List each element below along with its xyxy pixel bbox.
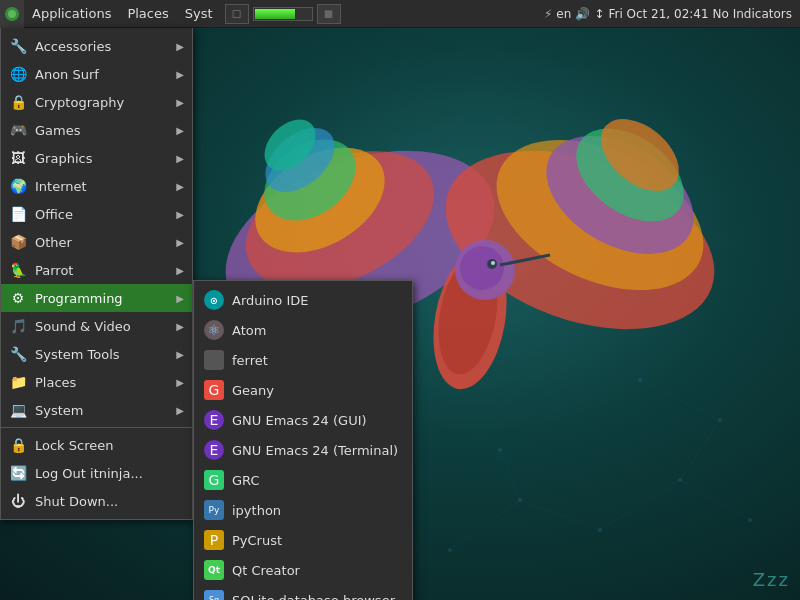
cryptography-icon: 🔒 xyxy=(9,93,27,111)
menu-item-system[interactable]: 💻 System ▶ xyxy=(1,396,192,424)
taskbar-right: ⚡ en 🔊 ↕ Fri Oct 21, 02:41 No Indicators xyxy=(544,7,800,21)
svg-point-34 xyxy=(8,10,16,18)
log-out-icon: 🔄 xyxy=(9,464,27,482)
internet-arrow: ▶ xyxy=(176,181,184,192)
pycrust-icon: P xyxy=(204,530,224,550)
places-arrow: ▶ xyxy=(176,377,184,388)
menu-item-log-out[interactable]: 🔄 Log Out itninja... xyxy=(1,459,192,487)
menu-item-system-tools[interactable]: 🔧 System Tools ▶ xyxy=(1,340,192,368)
taskbar-system[interactable]: Syst xyxy=(177,0,221,28)
other-icon: 📦 xyxy=(9,233,27,251)
ipython-icon: Py xyxy=(204,500,224,520)
games-icon: 🎮 xyxy=(9,121,27,139)
submenu-item-grc[interactable]: G GRC xyxy=(194,465,412,495)
bt-icon: ⚡ xyxy=(544,7,552,21)
office-arrow: ▶ xyxy=(176,209,184,220)
accessories-icon: 🔧 xyxy=(9,37,27,55)
grc-icon: G xyxy=(204,470,224,490)
menu-item-internet[interactable]: 🌍 Internet ▶ xyxy=(1,172,192,200)
menu-separator xyxy=(1,427,192,428)
system-icon: 💻 xyxy=(9,401,27,419)
menu-item-anon-surf[interactable]: 🌐 Anon Surf ▶ xyxy=(1,60,192,88)
language-indicator: en xyxy=(556,7,571,21)
menu-item-sound-video[interactable]: 🎵 Sound & Video ▶ xyxy=(1,312,192,340)
submenu-item-sqlite[interactable]: Sq SQLite database browser xyxy=(194,585,412,600)
submenu-item-ferret[interactable]: ferret xyxy=(194,345,412,375)
emacs-term-icon: E xyxy=(204,440,224,460)
submenu-item-atom[interactable]: ⚛ Atom xyxy=(194,315,412,345)
other-arrow: ▶ xyxy=(176,237,184,248)
shut-down-icon: ⏻ xyxy=(9,492,27,510)
office-icon: 📄 xyxy=(9,205,27,223)
graphics-icon: 🖼 xyxy=(9,149,27,167)
volume-icon: 🔊 xyxy=(575,7,590,21)
submenu-item-pycrust[interactable]: P PyCrust xyxy=(194,525,412,555)
parrot-arrow: ▶ xyxy=(176,265,184,276)
submenu-item-gnu-emacs-gui[interactable]: E GNU Emacs 24 (GUI) xyxy=(194,405,412,435)
accessories-arrow: ▶ xyxy=(176,41,184,52)
system-arrow: ▶ xyxy=(176,405,184,416)
emacs-gui-icon: E xyxy=(204,410,224,430)
menu-item-office[interactable]: 📄 Office ▶ xyxy=(1,200,192,228)
qt-icon: Qt xyxy=(204,560,224,580)
system-tools-arrow: ▶ xyxy=(176,349,184,360)
system-tools-icon: 🔧 xyxy=(9,345,27,363)
submenu-item-ipython[interactable]: Py ipython xyxy=(194,495,412,525)
parrot-icon xyxy=(4,6,20,22)
menu-item-places[interactable]: 📁 Places ▶ xyxy=(1,368,192,396)
datetime: Fri Oct 21, 02:41 xyxy=(608,7,708,21)
no-indicators: No Indicators xyxy=(713,7,792,21)
programming-icon: ⚙ xyxy=(9,289,27,307)
geany-icon: G xyxy=(204,380,224,400)
taskbar-places[interactable]: Places xyxy=(119,0,176,28)
menu-item-parrot[interactable]: 🦜 Parrot ▶ xyxy=(1,256,192,284)
parrot-menu-icon: 🦜 xyxy=(9,261,27,279)
sleep-indicator: Zzz xyxy=(753,569,790,590)
taskbar-logo[interactable] xyxy=(0,0,24,28)
window-button-2[interactable]: ■ xyxy=(317,4,341,24)
internet-icon: 🌍 xyxy=(9,177,27,195)
window-button-1[interactable]: □ xyxy=(225,4,249,24)
anon-surf-arrow: ▶ xyxy=(176,69,184,80)
submenu-item-geany[interactable]: G Geany xyxy=(194,375,412,405)
menu-item-other[interactable]: 📦 Other ▶ xyxy=(1,228,192,256)
programming-submenu: ⊙ Arduino IDE ⚛ Atom ferret G Geany E GN… xyxy=(193,280,413,600)
main-menu: 🔧 Accessories ▶ 🌐 Anon Surf ▶ 🔒 Cryptogr… xyxy=(0,28,193,520)
menu-container: 🔧 Accessories ▶ 🌐 Anon Surf ▶ 🔒 Cryptogr… xyxy=(0,28,193,520)
sqlite-icon: Sq xyxy=(204,590,224,600)
cryptography-arrow: ▶ xyxy=(176,97,184,108)
svg-point-29 xyxy=(460,246,504,290)
ferret-icon xyxy=(204,350,224,370)
menu-item-graphics[interactable]: 🖼 Graphics ▶ xyxy=(1,144,192,172)
atom-icon: ⚛ xyxy=(204,320,224,340)
places-icon: 📁 xyxy=(9,373,27,391)
games-arrow: ▶ xyxy=(176,125,184,136)
menu-item-accessories[interactable]: 🔧 Accessories ▶ xyxy=(1,32,192,60)
arduino-icon: ⊙ xyxy=(204,290,224,310)
submenu-item-gnu-emacs-term[interactable]: E GNU Emacs 24 (Terminal) xyxy=(194,435,412,465)
taskbar: Applications Places Syst □ ■ ⚡ en 🔊 ↕ Fr… xyxy=(0,0,800,28)
menu-item-programming[interactable]: ⚙ Programming ▶ xyxy=(1,284,192,312)
svg-point-32 xyxy=(491,261,495,265)
submenu-item-arduino[interactable]: ⊙ Arduino IDE xyxy=(194,285,412,315)
progress-bar-fill xyxy=(255,9,295,19)
network-icon: ↕ xyxy=(594,7,604,21)
menu-item-cryptography[interactable]: 🔒 Cryptography ▶ xyxy=(1,88,192,116)
sound-video-arrow: ▶ xyxy=(176,321,184,332)
menu-item-games[interactable]: 🎮 Games ▶ xyxy=(1,116,192,144)
menu-item-shut-down[interactable]: ⏻ Shut Down... xyxy=(1,487,192,515)
graphics-arrow: ▶ xyxy=(176,153,184,164)
lock-screen-icon: 🔒 xyxy=(9,436,27,454)
anon-surf-icon: 🌐 xyxy=(9,65,27,83)
menu-item-lock-screen[interactable]: 🔒 Lock Screen xyxy=(1,431,192,459)
sound-video-icon: 🎵 xyxy=(9,317,27,335)
submenu-item-qt-creator[interactable]: Qt Qt Creator xyxy=(194,555,412,585)
progress-bar xyxy=(253,7,313,21)
taskbar-applications[interactable]: Applications xyxy=(24,0,119,28)
taskbar-windows: □ ■ xyxy=(221,4,345,24)
programming-arrow: ▶ xyxy=(176,293,184,304)
